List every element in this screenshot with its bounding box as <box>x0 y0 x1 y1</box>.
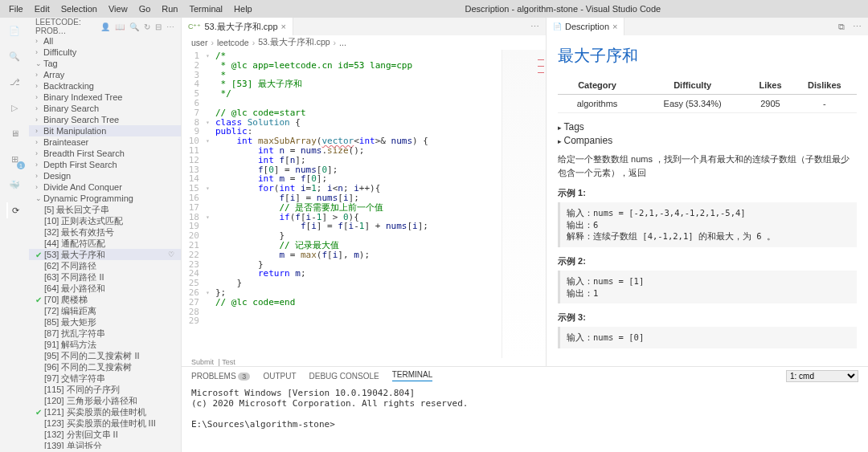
problem-item[interactable]: ✔[121] 买卖股票的最佳时机 <box>29 406 181 417</box>
problem-item[interactable]: ✔[95] 不同的二叉搜索树 II <box>29 350 181 361</box>
problem-meta-table: CategoryDifficultyLikesDislikes algorith… <box>558 76 857 113</box>
description-tabbar: 📄 Description × ⧉ ⋯ <box>547 18 868 35</box>
tab-label: Description <box>565 22 609 31</box>
terminal-tab[interactable]: TERMINAL <box>392 370 433 381</box>
terminal-output[interactable]: Microsoft Windows [Version 10.0.19042.80… <box>182 385 868 452</box>
search-icon[interactable]: 🔍 <box>6 48 23 64</box>
description-tab[interactable]: 📄 Description × <box>547 18 624 35</box>
problem-item[interactable]: ✔[97] 交错字符串 <box>29 373 181 384</box>
tree-dynamic-programming[interactable]: ⌄Dynamic Programming <box>29 193 181 204</box>
example2-body: 输入：nums = [1] 输出：1 <box>558 271 857 303</box>
more-icon[interactable]: ⋯ <box>530 22 539 32</box>
close-icon[interactable]: × <box>612 22 617 31</box>
search-icon[interactable]: 🔍 <box>129 22 139 31</box>
doc-icon: 📄 <box>553 22 562 31</box>
editor-tab-file[interactable]: C⁺⁺ 53.最大子序和.cpp × <box>182 18 293 35</box>
problems-tab[interactable]: PROBLEMS 3 <box>191 372 250 381</box>
split-icon[interactable]: ⧉ <box>838 22 845 32</box>
tree-tag-item[interactable]: ›Binary Search Tree <box>29 114 181 125</box>
tree-tag-item[interactable]: ›Brainteaser <box>29 136 181 148</box>
main-menu: FileEditSelectionViewGoRunTerminalHelp <box>0 2 258 16</box>
problem-item[interactable]: ✔[62] 不同路径 <box>29 260 181 271</box>
sign-in-icon[interactable]: 👤 <box>100 22 110 31</box>
more-icon[interactable]: ⋯ <box>853 22 862 32</box>
tree-tag-item[interactable]: ›Binary Indexed Tree <box>29 92 181 103</box>
leetcode-icon[interactable]: ⟳ <box>6 202 23 218</box>
problem-item[interactable]: ✔[72] 编辑距离 <box>29 305 181 316</box>
panel-tabs: PROBLEMS 3 OUTPUT DEBUG CONSOLE TERMINAL… <box>182 367 868 385</box>
activity-bar: 📄 🔍 ⎇ ▷ 🖥 ⊞ 🐳 ⟳ <box>0 18 29 452</box>
editor-group-right: 📄 Description × ⧉ ⋯ 最大子序和 CategoryDiffic… <box>547 18 868 366</box>
problem-item[interactable]: ✔[44] 通配符匹配 <box>29 238 181 249</box>
problem-item[interactable]: ✔[5] 最长回文子串 <box>29 204 181 215</box>
tree-tag-item[interactable]: ›Breadth First Search <box>29 148 181 159</box>
menu-selection[interactable]: Selection <box>55 2 103 16</box>
extensions-icon[interactable]: ⊞ <box>6 151 23 167</box>
example1-title: 示例 1: <box>558 187 857 199</box>
description-panel: 最大子序和 CategoryDifficultyLikesDislikes al… <box>547 35 868 366</box>
problem-item[interactable]: ✔[10] 正则表达式匹配 <box>29 215 181 226</box>
close-icon[interactable]: × <box>281 22 286 31</box>
tree-tag-item[interactable]: ›Design <box>29 170 181 181</box>
menu-view[interactable]: View <box>103 2 133 16</box>
menu-file[interactable]: File <box>3 2 29 16</box>
menu-terminal[interactable]: Terminal <box>184 2 229 16</box>
window-title: Description - algorithm-stone - Visual S… <box>258 4 868 14</box>
problem-title: 最大子序和 <box>558 45 857 67</box>
editor-group-left: C⁺⁺ 53.最大子序和.cpp × ⋯ user›leetcode›53.最大… <box>182 18 547 366</box>
menu-run[interactable]: Run <box>156 2 183 16</box>
tree-tag[interactable]: ⌄Tag <box>29 58 181 69</box>
run-debug-icon[interactable]: ▷ <box>6 100 23 116</box>
problem-item[interactable]: ✔[96] 不同的二叉搜索树 <box>29 361 181 373</box>
collapse-icon[interactable]: ⊟ <box>155 22 162 31</box>
code-editor[interactable]: 1234567891011121314151617181920212223242… <box>182 50 546 358</box>
problem-item[interactable]: ✔[87] 扰乱字符串 <box>29 328 181 339</box>
files-icon[interactable]: 📄 <box>6 22 23 39</box>
tree-tag-item[interactable]: ›Divide And Conquer <box>29 181 181 193</box>
editor-area: C⁺⁺ 53.最大子序和.cpp × ⋯ user›leetcode›53.最大… <box>182 18 868 452</box>
book-icon[interactable]: 📖 <box>115 22 125 31</box>
companies-expander[interactable]: Companies <box>558 135 857 146</box>
problem-item[interactable]: ✔[132] 分割回文串 II <box>29 429 181 440</box>
source-control-icon[interactable]: ⎇ <box>6 74 23 90</box>
code-lens[interactable]: Submit | Test <box>182 358 546 366</box>
menu-go[interactable]: Go <box>133 2 157 16</box>
problem-item[interactable]: ✔[115] 不同的子序列 <box>29 384 181 395</box>
menu-help[interactable]: Help <box>228 2 258 16</box>
problem-tree: ›All ›Difficulty ⌄Tag ›Array›Backtrackin… <box>29 35 181 449</box>
problem-item[interactable]: ✔[85] 最大矩形 <box>29 316 181 328</box>
tree-tag-item[interactable]: ›Array <box>29 69 181 80</box>
tree-tag-item[interactable]: ›Depth First Search <box>29 159 181 170</box>
minimap[interactable] <box>502 50 546 358</box>
debug-console-tab[interactable]: DEBUG CONSOLE <box>309 372 379 381</box>
tree-difficulty[interactable]: ›Difficulty <box>29 47 181 58</box>
tags-expander[interactable]: Tags <box>558 121 857 132</box>
cpp-file-icon: C⁺⁺ <box>188 22 202 31</box>
problem-item[interactable]: ✔[70] 爬楼梯 <box>29 294 181 305</box>
output-tab[interactable]: OUTPUT <box>263 372 296 381</box>
tree-tag-item[interactable]: ›Backtracking <box>29 80 181 92</box>
problem-item[interactable]: ✔[139] 单词拆分 <box>29 440 181 449</box>
breadcrumb[interactable]: user›leetcode›53.最大子序和.cpp›... <box>182 35 546 50</box>
problem-item[interactable]: ✔[63] 不同路径 II <box>29 271 181 283</box>
tab-label: 53.最大子序和.cpp <box>205 21 278 33</box>
remote-icon[interactable]: 🖥 <box>6 125 23 141</box>
editor-tabbar: C⁺⁺ 53.最大子序和.cpp × ⋯ <box>182 18 546 35</box>
problem-item[interactable]: ✔[120] 三角形最小路径和 <box>29 395 181 406</box>
menu-edit[interactable]: Edit <box>29 2 55 16</box>
titlebar: FileEditSelectionViewGoRunTerminalHelp D… <box>0 0 868 18</box>
refresh-icon[interactable]: ↻ <box>144 22 150 31</box>
problem-item[interactable]: ✔[53] 最大子序和♡ <box>29 249 181 260</box>
problem-item[interactable]: ✔[32] 最长有效括号 <box>29 226 181 238</box>
tree-tag-item[interactable]: ›Binary Search <box>29 103 181 114</box>
docker-icon[interactable]: 🐳 <box>6 177 23 193</box>
tree-all[interactable]: ›All <box>29 35 181 47</box>
more-icon[interactable]: ⋯ <box>166 22 174 31</box>
terminal-dropdown[interactable]: 1: cmd <box>786 370 858 382</box>
problem-item[interactable]: ✔[123] 买卖股票的最佳时机 III <box>29 417 181 429</box>
sidebar-header: LEETCODE: PROB… 👤 📖 🔍 ↻ ⊟ ⋯ <box>29 18 181 35</box>
problem-item[interactable]: ✔[64] 最小路径和 <box>29 283 181 294</box>
tree-bit-manipulation[interactable]: ›Bit Manipulation <box>29 125 181 136</box>
sidebar: LEETCODE: PROB… 👤 📖 🔍 ↻ ⊟ ⋯ ›All ›Diffic… <box>29 18 182 452</box>
problem-item[interactable]: ✔[91] 解码方法 <box>29 339 181 350</box>
